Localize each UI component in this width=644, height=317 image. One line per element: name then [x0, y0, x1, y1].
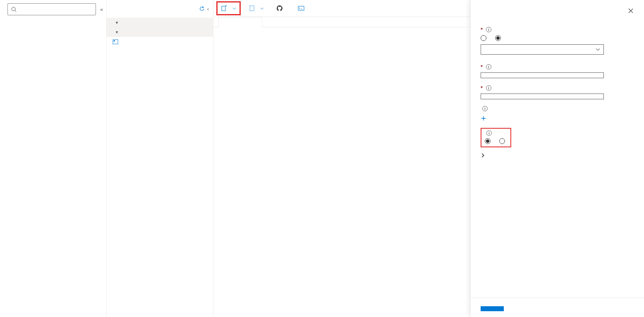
close-icon[interactable] — [627, 7, 634, 14]
chevron-right-icon — [481, 153, 485, 158]
radio-use-existing[interactable] — [495, 35, 503, 41]
github-icon — [276, 5, 283, 12]
advanced-toggle[interactable] — [481, 153, 634, 158]
database-id-label: *i — [481, 26, 634, 33]
connect-github-button[interactable] — [274, 3, 288, 13]
container-plus-icon — [221, 5, 227, 12]
analytical-store-section: i — [481, 128, 511, 147]
open-terminal-button[interactable] — [295, 3, 309, 13]
tree-group-data[interactable]: ▾ — [107, 18, 213, 27]
radio-create-new[interactable] — [481, 35, 488, 41]
svg-line-1 — [15, 10, 16, 12]
partition-key-label: *i — [481, 85, 634, 91]
collapse-tree-icon[interactable]: ‹ — [207, 6, 209, 12]
notebook-icon — [249, 5, 255, 12]
search-input[interactable] — [17, 5, 92, 13]
search-icon — [11, 7, 17, 12]
refresh-icon[interactable] — [199, 6, 205, 12]
toolbar — [213, 0, 470, 17]
chevron-down-icon: ▾ — [116, 20, 120, 25]
info-icon[interactable]: i — [486, 130, 492, 136]
svg-rect-4 — [222, 6, 225, 11]
svg-rect-5 — [250, 6, 254, 11]
svg-rect-2 — [113, 40, 118, 44]
info-icon[interactable]: i — [486, 64, 491, 70]
radio-analytical-off[interactable] — [499, 138, 507, 144]
unique-keys-label: i — [481, 106, 634, 111]
radio-analytical-on[interactable] — [485, 138, 493, 144]
svg-rect-6 — [298, 6, 304, 10]
add-unique-key-button[interactable] — [481, 114, 634, 123]
chevron-down-icon — [232, 7, 236, 10]
terminal-icon — [298, 5, 304, 12]
tab-bar — [213, 17, 470, 27]
new-container-panel: *i *i *i i i — [470, 0, 644, 317]
svg-point-0 — [12, 7, 15, 11]
chevron-down-icon — [596, 47, 600, 52]
collapse-sidebar-icon[interactable]: « — [100, 7, 103, 12]
chevron-down-icon — [260, 7, 264, 10]
svg-rect-3 — [114, 41, 115, 42]
main-content — [213, 0, 470, 317]
tab-home[interactable] — [218, 17, 262, 27]
container-id-label: *i — [481, 64, 634, 70]
tree-panel: ‹ ▾ ▾ — [107, 0, 213, 317]
info-icon[interactable]: i — [482, 106, 488, 111]
container-id-input[interactable] — [481, 72, 604, 78]
gallery-icon — [113, 39, 118, 45]
search-input-wrapper[interactable] — [7, 3, 96, 15]
tree-group-notebooks[interactable]: ▾ — [107, 27, 213, 37]
info-icon[interactable]: i — [486, 27, 491, 32]
gallery-node[interactable] — [107, 37, 213, 47]
left-sidebar: « — [0, 0, 107, 317]
ok-button[interactable] — [481, 306, 504, 311]
new-container-button[interactable] — [218, 3, 239, 13]
info-icon[interactable]: i — [486, 85, 491, 91]
partition-key-input[interactable] — [481, 94, 604, 99]
database-select[interactable] — [481, 44, 604, 55]
plus-icon — [481, 115, 486, 121]
chevron-down-icon: ▾ — [116, 30, 120, 34]
new-notebook-button[interactable] — [246, 3, 266, 13]
